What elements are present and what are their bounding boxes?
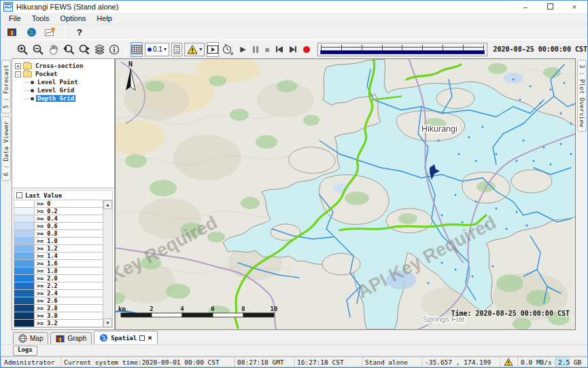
zoom-out-button[interactable] xyxy=(31,42,45,57)
map-globe-button[interactable] xyxy=(24,24,39,39)
tab-close-icon[interactable]: × xyxy=(148,333,152,342)
menu-help[interactable]: Help xyxy=(91,14,118,23)
town-label: Hikurangi xyxy=(421,124,457,134)
tab-label: Map xyxy=(30,335,43,342)
svg-text:km: km xyxy=(118,306,126,312)
status-local-time: 16:27:18 CST xyxy=(294,356,362,367)
help-button[interactable]: ? xyxy=(72,24,87,39)
chart-export-button[interactable] xyxy=(43,24,58,39)
node-bullet-icon xyxy=(31,97,34,100)
maximize-button[interactable] xyxy=(545,3,555,11)
spatial-globe-icon xyxy=(99,333,108,342)
tree-item-pocket[interactable]: - Pocket xyxy=(15,70,114,78)
expand-icon[interactable]: + xyxy=(15,63,21,69)
time-slider[interactable] xyxy=(317,43,487,56)
info-button[interactable] xyxy=(108,42,120,57)
svg-text:N: N xyxy=(128,60,133,68)
step-back-button[interactable] xyxy=(276,46,283,53)
legend-row: >= 3.0 xyxy=(14,312,103,320)
folder-icon xyxy=(23,63,32,69)
step-forward-button[interactable] xyxy=(290,46,296,53)
status-rate: 0.0 MB/s xyxy=(517,356,555,367)
tree-item-depth-grid[interactable]: Depth Grid xyxy=(30,94,114,103)
tab-map[interactable]: Map xyxy=(13,332,48,344)
tree-item-cross-section[interactable]: + Cross-section xyxy=(15,62,114,70)
tab-plot-overview[interactable]: 3 : Plot Overview xyxy=(577,60,587,132)
warning-icon xyxy=(504,358,513,366)
main-toolbar: ? xyxy=(1,24,587,39)
current-timestep: 2020-08-25 00:00:00 CST xyxy=(494,45,587,53)
legend-row: >= 2.2 xyxy=(14,282,103,290)
legend-row: >= 1.4 xyxy=(14,253,103,260)
globe-wireframe-icon xyxy=(18,334,27,343)
minimize-button[interactable]: – xyxy=(521,3,530,11)
thresholds-dropdown[interactable]: ▾ xyxy=(184,43,205,56)
status-memory: 2.5 GB xyxy=(555,356,587,367)
legend-row: >= 0.6 xyxy=(14,223,103,230)
menu-tools[interactable]: Tools xyxy=(27,14,55,23)
logs-button[interactable]: Logs xyxy=(13,346,37,356)
tab-spatial[interactable]: Spatial × xyxy=(94,331,158,344)
tree-item-label: Pocket xyxy=(34,71,59,77)
folder-icon xyxy=(23,71,32,77)
timer-button[interactable] xyxy=(221,42,234,57)
legend-row: >= 2.4 xyxy=(14,290,103,297)
zoom-in-button[interactable] xyxy=(16,42,29,57)
toolbar-separator xyxy=(125,43,126,56)
menu-options[interactable]: Options xyxy=(54,14,91,23)
tab-label: Graph xyxy=(67,335,86,342)
tree-item-label: Level Point xyxy=(36,79,80,86)
tree-item-level-grid[interactable]: Level Grid xyxy=(30,86,114,94)
close-button[interactable]: × xyxy=(570,3,579,11)
tree-item-level-point[interactable]: Level Point xyxy=(30,78,114,86)
map-view[interactable]: API Key Required API Key Required N Hiku… xyxy=(115,58,576,330)
legend-row: >= 1.0 xyxy=(14,238,103,245)
legend-row: >= 2.6 xyxy=(14,297,103,305)
time-slider-range[interactable] xyxy=(320,50,484,54)
warning-icon xyxy=(187,45,198,54)
database-button[interactable] xyxy=(5,24,20,39)
collapse-icon[interactable]: - xyxy=(15,71,21,77)
tab-forecast[interactable]: 5 : Forecast xyxy=(1,60,11,113)
legend-scrollbar[interactable]: ▲ ▼ xyxy=(103,200,112,327)
tab-label: Spatial xyxy=(111,335,137,342)
last-value-checkbox[interactable] xyxy=(16,192,22,198)
bar-chart-icon xyxy=(56,335,65,343)
last-value-label: Last Value xyxy=(25,192,62,199)
interval-dropdown[interactable]: 0.1▾ xyxy=(145,43,169,56)
menu-bar: File Tools Options Help xyxy=(1,13,587,24)
logs-row: Logs xyxy=(1,344,587,356)
tab-graph[interactable]: Graph xyxy=(50,332,92,344)
status-warning-cell[interactable] xyxy=(500,356,517,367)
scroll-down-icon[interactable]: ▼ xyxy=(103,318,112,327)
legend-panel: Last Value >= 0 >= 0.2 >= 0.4 >= 0.6 >= … xyxy=(12,189,114,329)
tree-item-label: Cross-section xyxy=(34,62,84,69)
map-time-label: Time: 2020-08-25 00:00:00 CST xyxy=(451,310,570,317)
toolbar-separator xyxy=(65,26,65,38)
map-toolbar: 0.1▾ ▾ ▶ ■ 2020-08-25 00:00:00 CST xyxy=(1,39,587,58)
zoom-next-button[interactable] xyxy=(77,42,91,57)
legend-row: >= 0 xyxy=(14,200,103,208)
stop-button[interactable]: ■ xyxy=(265,45,270,54)
animation-button[interactable] xyxy=(207,42,219,57)
menu-file[interactable]: File xyxy=(3,14,27,23)
grid-toggle-button[interactable] xyxy=(131,42,143,57)
scroll-up-icon[interactable]: ▲ xyxy=(103,200,112,209)
legend-row: >= 2.0 xyxy=(14,275,103,282)
legend-row: >= 1.8 xyxy=(14,268,103,275)
pause-button[interactable] xyxy=(253,46,258,53)
play-button[interactable]: ▶ xyxy=(240,45,245,54)
tab-maximize-icon[interactable] xyxy=(139,335,145,341)
svg-text:6: 6 xyxy=(211,306,214,312)
zoom-previous-button[interactable] xyxy=(62,42,75,57)
classification-button[interactable] xyxy=(171,43,182,56)
legend-row: >= 3.2 xyxy=(14,320,103,327)
pan-button[interactable] xyxy=(47,42,60,57)
svg-text:4: 4 xyxy=(180,306,184,312)
legend-table: >= 0 >= 0.2 >= 0.4 >= 0.6 >= 0.8 >= 1.0 … xyxy=(14,200,113,328)
playback-controls: ▶ ■ xyxy=(240,45,310,54)
node-bullet-icon xyxy=(31,89,34,92)
tab-data-viewer[interactable]: 6 : Data Viewer xyxy=(1,116,11,181)
record-button[interactable] xyxy=(303,46,310,53)
layers-button[interactable] xyxy=(93,42,106,57)
